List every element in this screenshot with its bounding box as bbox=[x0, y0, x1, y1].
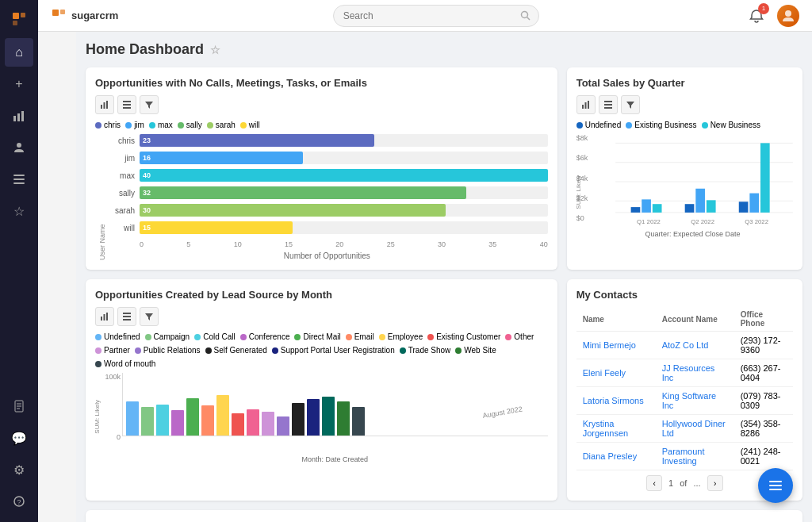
table-btn[interactable] bbox=[117, 95, 136, 114]
legend-item: Public Relations bbox=[135, 346, 201, 355]
x-axis-ticks: 0510152025303540 bbox=[106, 239, 548, 248]
search-input[interactable] bbox=[333, 5, 539, 27]
svg-point-18 bbox=[521, 11, 527, 17]
svg-rect-23 bbox=[106, 101, 108, 109]
favorite-star-icon[interactable]: ☆ bbox=[210, 44, 220, 56]
x-axis-label: Number of Opportunities bbox=[106, 251, 548, 260]
svg-rect-5 bbox=[21, 111, 24, 121]
sidebar-item-star[interactable]: ☆ bbox=[5, 197, 33, 225]
phone-cell: (354) 358-8286 bbox=[734, 415, 793, 443]
hbar-row: jim 16 bbox=[106, 152, 548, 164]
legend-item: Undefined bbox=[95, 332, 140, 341]
bar-chart-btn-2[interactable] bbox=[576, 95, 596, 114]
lead-source-legend: UndefinedCampaignCold CallConferenceDire… bbox=[95, 332, 548, 368]
legend-item: Support Portal User Registration bbox=[272, 346, 395, 355]
ts-y-axis-label: SUM: Likely bbox=[575, 175, 582, 209]
account-name-link[interactable]: King Software Inc bbox=[662, 391, 716, 410]
hbar-track: 15 bbox=[140, 221, 548, 234]
lead-bar bbox=[307, 399, 320, 436]
sidebar-item-list[interactable] bbox=[5, 165, 33, 194]
lead-axis-label: Month: Date Created bbox=[122, 455, 548, 463]
total-sales-chart: Q1 2022 Q2 2022 Q3 2022 bbox=[592, 134, 793, 229]
svg-rect-22 bbox=[104, 102, 105, 109]
hbar-track: 32 bbox=[140, 186, 548, 199]
filter-btn-3[interactable] bbox=[140, 307, 159, 326]
account-name-link[interactable]: Hollywood Diner Ltd bbox=[662, 419, 726, 438]
lead-y-axis: SUM: Likely bbox=[94, 400, 101, 434]
hbar-track: 40 bbox=[140, 169, 548, 182]
hbar-fill: 16 bbox=[140, 152, 303, 164]
svg-rect-52 bbox=[106, 313, 108, 320]
y-axis-label: User Name bbox=[95, 134, 106, 260]
lead-bar bbox=[262, 412, 274, 436]
notification-button[interactable]: 1 bbox=[745, 5, 768, 27]
lead-bar bbox=[126, 401, 139, 436]
svg-rect-32 bbox=[604, 107, 612, 109]
svg-rect-63 bbox=[769, 485, 782, 486]
svg-text:Q3 2022: Q3 2022 bbox=[745, 218, 768, 225]
lead-bar bbox=[277, 416, 289, 436]
fab-button[interactable] bbox=[758, 468, 793, 503]
hbar-row: will 15 bbox=[106, 221, 548, 234]
total-sales-legend: UndefinedExisting BusinessNew Business bbox=[576, 121, 793, 129]
page-of: of bbox=[680, 478, 687, 488]
svg-rect-17 bbox=[60, 10, 65, 14]
lead-bar bbox=[186, 398, 199, 436]
sidebar-item-help[interactable]: ? bbox=[5, 487, 33, 516]
bar-chart-btn-3[interactable] bbox=[95, 307, 114, 326]
legend-item: Direct Mail bbox=[294, 332, 340, 341]
filter-btn[interactable] bbox=[140, 95, 159, 114]
legend-item: Campaign bbox=[145, 332, 190, 341]
opportunities-no-calls-card: Opportunities with No Calls, Meetings, T… bbox=[86, 67, 557, 270]
hbar-fill: 32 bbox=[140, 186, 466, 199]
sidebar-item-add[interactable]: + bbox=[5, 70, 33, 98]
legend-item: New Business bbox=[702, 121, 760, 129]
ts-x-label: Quarter: Expected Close Date bbox=[592, 230, 793, 238]
svg-rect-0 bbox=[13, 13, 19, 19]
lead-source-title: Opportunities Created by Lead Source by … bbox=[95, 289, 548, 301]
account-name-link[interactable]: Paramount Investing bbox=[662, 447, 705, 466]
user-avatar[interactable] bbox=[777, 5, 799, 27]
legend-item: Partner bbox=[95, 346, 130, 355]
table-btn-2[interactable] bbox=[599, 95, 618, 114]
legend-item: Existing Business bbox=[626, 121, 696, 129]
contact-name-link[interactable]: Mimi Bermejo bbox=[583, 340, 636, 350]
next-page-btn[interactable]: › bbox=[707, 475, 723, 491]
table-btn-3[interactable] bbox=[117, 307, 136, 326]
lead-bar bbox=[322, 397, 335, 436]
svg-rect-30 bbox=[604, 101, 612, 102]
prev-page-btn[interactable]: ‹ bbox=[646, 475, 662, 491]
page-title-container: Home Dashboard ☆ bbox=[86, 41, 802, 58]
svg-rect-46 bbox=[760, 143, 770, 213]
filter-btn-2[interactable] bbox=[621, 95, 640, 114]
legend-item: Other bbox=[505, 332, 534, 341]
sidebar-item-home[interactable]: ⌂ bbox=[5, 38, 33, 67]
contact-name-link[interactable]: Eleni Feely bbox=[583, 368, 626, 378]
svg-rect-50 bbox=[101, 317, 102, 320]
bar-chart-btn[interactable] bbox=[95, 95, 114, 114]
svg-rect-38 bbox=[631, 207, 641, 213]
contact-name-link[interactable]: Diana Presley bbox=[583, 451, 637, 461]
sidebar-item-docs[interactable] bbox=[5, 392, 33, 420]
svg-rect-26 bbox=[123, 107, 131, 109]
svg-rect-29 bbox=[588, 101, 589, 109]
svg-rect-2 bbox=[13, 21, 17, 25]
svg-rect-1 bbox=[21, 13, 25, 17]
hbar-track: 16 bbox=[140, 152, 548, 164]
account-name-link[interactable]: AtoZ Co Ltd bbox=[662, 340, 709, 350]
legend-item: chris bbox=[95, 121, 121, 129]
contact-name-link[interactable]: Krystina Jorgennsen bbox=[583, 419, 629, 438]
sidebar-item-reports[interactable] bbox=[5, 102, 33, 130]
svg-rect-9 bbox=[13, 182, 25, 184]
total-sales-title: Total Sales by Quarter bbox=[576, 77, 793, 89]
lead-bar bbox=[352, 407, 365, 436]
legend-item: Existing Customer bbox=[427, 332, 500, 341]
legend-item: Conference bbox=[240, 332, 290, 341]
sidebar-item-contacts[interactable] bbox=[5, 133, 33, 162]
sidebar-item-messages[interactable]: 💬 bbox=[5, 424, 33, 452]
svg-rect-42 bbox=[695, 189, 705, 213]
sidebar-item-settings[interactable]: ⚙ bbox=[5, 455, 33, 484]
lead-bar bbox=[292, 403, 304, 436]
svg-text:Q1 2022: Q1 2022 bbox=[637, 218, 661, 225]
svg-rect-16 bbox=[52, 10, 59, 16]
